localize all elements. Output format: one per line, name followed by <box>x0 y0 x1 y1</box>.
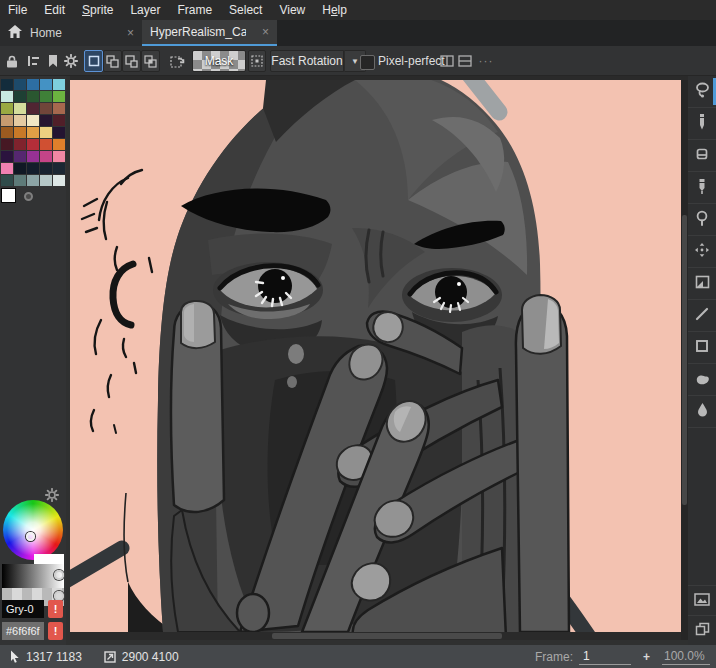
frame-field[interactable]: 1 <box>579 649 631 665</box>
tab-home[interactable]: Home × <box>0 20 142 46</box>
settings-gear-icon[interactable] <box>62 50 80 72</box>
tool-blur[interactable] <box>688 396 716 428</box>
canvas-area[interactable] <box>70 80 688 640</box>
palette-swatch-2-1[interactable] <box>14 103 26 114</box>
horizontal-scrollbar[interactable] <box>70 632 681 640</box>
palette-swatch-7-2[interactable] <box>27 163 39 174</box>
color-hex-field[interactable]: #6f6f6f <box>2 622 44 640</box>
palette-swatch-3-1[interactable] <box>14 115 26 126</box>
selection-subtract-button[interactable] <box>122 50 141 72</box>
tool-line[interactable] <box>688 300 716 332</box>
palette-swatch-0-3[interactable] <box>40 79 52 90</box>
zoom-level-field[interactable]: 100.0% <box>662 649 710 665</box>
palette-swatch-0-4[interactable] <box>53 79 65 90</box>
palette-swatch-8-0[interactable] <box>1 175 13 186</box>
color-wheel[interactable] <box>3 500 63 560</box>
selection-intersect-button[interactable] <box>141 50 160 72</box>
align-button[interactable] <box>23 50 43 72</box>
palette-swatch-6-0[interactable] <box>1 151 13 162</box>
color-wheel-cursor[interactable] <box>26 532 35 541</box>
palette-swatch-8-4[interactable] <box>53 175 65 186</box>
tool-move[interactable] <box>688 236 716 268</box>
palette-swatch-2-4[interactable] <box>53 103 65 114</box>
palette-swatch-8-1[interactable] <box>14 175 26 186</box>
tool-rectangle[interactable] <box>688 332 716 364</box>
tool-contour[interactable] <box>688 364 716 396</box>
palette-swatch-7-4[interactable] <box>53 163 65 174</box>
menu-edit[interactable]: Edit <box>44 3 65 17</box>
tiled-x-button[interactable] <box>438 50 456 72</box>
colorbar-gear-icon[interactable] <box>45 488 59 502</box>
fast-rotation-dropdown[interactable]: Fast Rotation <box>270 50 344 72</box>
palette-swatch-3-0[interactable] <box>1 115 13 126</box>
selection-replace-button[interactable] <box>84 50 103 72</box>
palette-swatch-1-4[interactable] <box>53 91 65 102</box>
tool-lasso[interactable] <box>688 76 716 108</box>
add-frame-button[interactable]: + <box>643 650 650 664</box>
palette-swatch-2-3[interactable] <box>40 103 52 114</box>
horizontal-scrollbar-thumb[interactable] <box>272 633 502 639</box>
palette-swatch-3-4[interactable] <box>53 115 65 126</box>
mask-dropdown[interactable]: Mask <box>192 50 246 72</box>
palette-swatch-1-0[interactable] <box>1 91 13 102</box>
menu-file[interactable]: File <box>8 3 27 17</box>
palette-swatch-6-1[interactable] <box>14 151 26 162</box>
palette-swatch-1-3[interactable] <box>40 91 52 102</box>
palette-swatch-7-3[interactable] <box>40 163 52 174</box>
palette-swatch-5-4[interactable] <box>53 139 65 150</box>
palette-swatch-6-4[interactable] <box>53 151 65 162</box>
palette-swatch-7-0[interactable] <box>1 163 13 174</box>
selection-add-button[interactable] <box>103 50 122 72</box>
palette-swatch-3-2[interactable] <box>27 115 39 126</box>
tool-slice[interactable] <box>688 268 716 300</box>
palette-swatch-5-1[interactable] <box>14 139 26 150</box>
palette-swatch-4-2[interactable] <box>27 127 39 138</box>
tool-eraser[interactable] <box>688 140 716 172</box>
palette-swatch-4-3[interactable] <box>40 127 52 138</box>
selected-palette-swatch[interactable] <box>2 189 15 202</box>
shade-handle-icon[interactable] <box>54 570 64 580</box>
palette-swatch-5-3[interactable] <box>40 139 52 150</box>
palette-swatch-2-2[interactable] <box>27 103 39 114</box>
menu-select[interactable]: Select <box>229 3 262 17</box>
menu-layer[interactable]: Layer <box>130 3 160 17</box>
palette-swatch-4-0[interactable] <box>1 127 13 138</box>
palette-swatch-0-0[interactable] <box>1 79 13 90</box>
timeline-toggle-button[interactable] <box>688 615 716 645</box>
pixel-perfect-checkbox[interactable] <box>360 55 375 70</box>
palette-swatch-2-0[interactable] <box>1 103 13 114</box>
palette-swatch-8-2[interactable] <box>27 175 39 186</box>
color-name-field[interactable]: Gry-0 <box>2 600 44 618</box>
palette-swatch-1-2[interactable] <box>27 91 39 102</box>
tool-eyedropper[interactable] <box>688 172 716 204</box>
palette-swatch-5-0[interactable] <box>1 139 13 150</box>
rotate-button[interactable] <box>166 50 188 72</box>
palette-swatch-6-2[interactable] <box>27 151 39 162</box>
menu-frame[interactable]: Frame <box>177 3 212 17</box>
menu-view[interactable]: View <box>279 3 305 17</box>
palette-swatch-5-2[interactable] <box>27 139 39 150</box>
palette-swatch-3-3[interactable] <box>40 115 52 126</box>
palette-swatch-6-3[interactable] <box>40 151 52 162</box>
palette-options-icon[interactable] <box>24 192 33 201</box>
lock-button[interactable] <box>2 50 22 72</box>
tool-pencil[interactable] <box>688 108 716 140</box>
palette-swatch-4-4[interactable] <box>53 127 65 138</box>
vertical-scrollbar-thumb[interactable] <box>682 215 687 505</box>
canvas-artwork[interactable] <box>70 80 681 632</box>
palette-swatch-0-2[interactable] <box>27 79 39 90</box>
palette-swatch-8-3[interactable] <box>40 175 52 186</box>
toolbar-overflow-button[interactable]: ··· <box>478 50 494 72</box>
tiled-y-button[interactable] <box>456 50 474 72</box>
tab-canvas-close-icon[interactable]: × <box>262 25 269 39</box>
menu-help[interactable]: Help <box>322 3 347 17</box>
bookmark-button[interactable] <box>44 50 62 72</box>
menu-sprite[interactable]: Sprite <box>82 3 113 17</box>
preview-toggle-button[interactable] <box>688 585 716 615</box>
color-hex-warning-button[interactable]: ! <box>48 622 63 640</box>
palette-swatch-0-1[interactable] <box>14 79 26 90</box>
tab-canvas[interactable]: HyperRealism_Canv × <box>142 20 277 46</box>
tool-zoom[interactable] <box>688 204 716 236</box>
pixel-brush-button[interactable] <box>248 50 266 72</box>
palette-swatch-7-1[interactable] <box>14 163 26 174</box>
